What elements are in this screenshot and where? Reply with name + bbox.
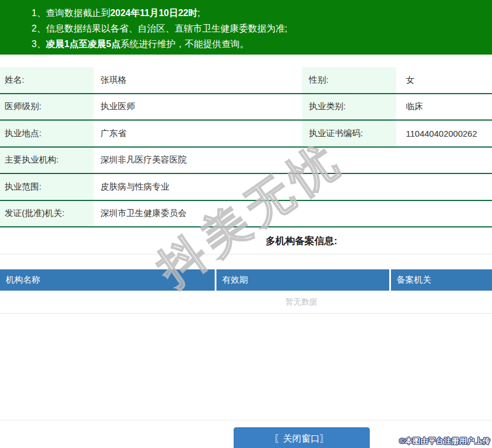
spacer <box>0 314 492 420</box>
table-row: 执业范围: 皮肤病与性病专业 <box>0 174 492 201</box>
field-label-practice-scope: 执业范围: <box>0 174 94 200</box>
field-value-issuing-authority: 深圳市卫生健康委员会 <box>94 201 492 227</box>
records-table-header: 机构名称 有效期 备案机关 <box>0 269 492 291</box>
table-row: 姓名: 张琪格 性别: 女 <box>0 67 492 94</box>
field-label-gender: 性别: <box>302 67 396 93</box>
notice-number: 3、 <box>32 39 46 49</box>
field-value-name: 张琪格 <box>94 67 302 93</box>
page-viewport: 1、查询数据截止到2024年11月10日22时; 2、信息数据结果以各省、自治区… <box>0 0 492 448</box>
field-value-doctor-level: 执业医师 <box>94 94 302 120</box>
copyright-watermark: ©本图由平台注册用户上传 <box>399 436 490 446</box>
field-label-main-institution: 主要执业机构: <box>0 148 94 173</box>
field-label-name: 姓名: <box>0 67 94 93</box>
query-result-page: 1、查询数据截止到2024年11月10日22时; 2、信息数据结果以各省、自治区… <box>0 0 492 448</box>
column-header-institution-name: 机构名称 <box>0 269 215 291</box>
notice-line-2: 2、信息数据结果以各省、自治区、直辖市卫生健康委数据为准; <box>32 21 492 36</box>
field-label-doctor-level: 医师级别: <box>0 94 94 120</box>
notice-bold-text: 凌晨1点至凌晨5点 <box>46 39 121 49</box>
notice-line-1: 1、查询数据截止到2024年11月10日22时; <box>32 5 492 21</box>
column-header-record-authority: 备案机关 <box>391 269 492 291</box>
table-row: 发证(批准)机关: 深圳市卫生健康委员会 <box>0 201 492 228</box>
column-header-validity-period: 有效期 <box>216 269 389 291</box>
table-row: 医师级别: 执业医师 执业类别: 临床 <box>0 94 492 121</box>
table-row: 执业地点: 广东省 执业证书编码: 110440402000262 <box>0 121 492 148</box>
close-window-button[interactable]: 〖关闭窗口〗 <box>234 427 370 448</box>
field-value-practice-category: 临床 <box>396 94 492 120</box>
field-value-gender: 女 <box>396 67 492 93</box>
empty-data-text: 暂无数据 <box>0 291 492 314</box>
field-value-main-institution: 深圳非凡医疗美容医院 <box>94 148 492 173</box>
notice-text: 系统进行维护，不能提供查询。 <box>121 39 249 49</box>
field-value-practice-scope: 皮肤病与性病专业 <box>94 174 492 200</box>
field-label-certificate-number: 执业证书编码: <box>302 121 396 146</box>
field-value-practice-location: 广东省 <box>94 121 302 146</box>
field-label-issuing-authority: 发证(批准)机关: <box>0 201 94 227</box>
notice-text: 信息数据结果以各省、自治区、直辖市卫生健康委数据为准; <box>46 24 287 33</box>
field-label-practice-location: 执业地点: <box>0 121 94 146</box>
notice-text: 查询数据截止到 <box>46 8 110 18</box>
notice-line-3: 3、凌晨1点至凌晨5点系统进行维护，不能提供查询。 <box>32 36 492 52</box>
notice-text: ; <box>197 8 200 18</box>
spacer <box>0 254 492 269</box>
records-section-title: 多机构备案信息: <box>0 227 492 254</box>
table-row: 主要执业机构: 深圳非凡医疗美容医院 <box>0 148 492 175</box>
field-label-practice-category: 执业类别: <box>302 94 396 120</box>
notice-banner: 1、查询数据截止到2024年11月10日22时; 2、信息数据结果以各省、自治区… <box>0 0 492 55</box>
field-value-certificate-number: 110440402000262 <box>396 121 492 146</box>
notice-number: 2、 <box>32 24 46 33</box>
notice-bold-text: 2024年11月10日22时 <box>110 8 197 18</box>
spacer <box>0 55 492 67</box>
notice-number: 1、 <box>32 8 46 18</box>
practitioner-info-table: 姓名: 张琪格 性别: 女 医师级别: 执业医师 执业类别: 临床 执业地点: … <box>0 67 492 227</box>
